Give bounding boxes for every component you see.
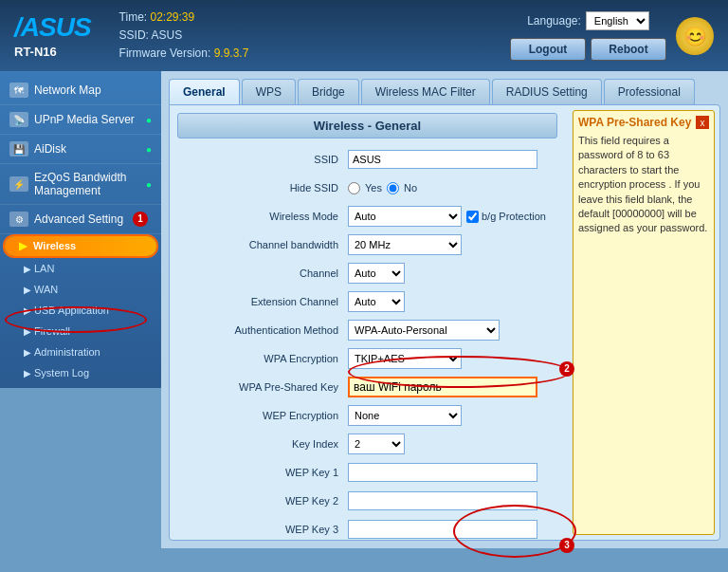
header: /ASUS RT-N16 Time: 02:29:39 SSID: ASUS F… — [0, 0, 728, 71]
panel: Wireless - General SSID Hide SSID Ye — [169, 104, 720, 541]
reboot-button[interactable]: Reboot — [591, 38, 666, 61]
tab-bridge[interactable]: Bridge — [298, 79, 359, 104]
channel-bw-select[interactable]: 20 MHz — [348, 234, 462, 255]
wep2-row: WEP Key 2 — [177, 489, 557, 512]
wireless-mode-row: Wireless Mode Auto b/g Protection — [177, 205, 557, 228]
wireless-mode-value: Auto b/g Protection — [348, 206, 557, 227]
key-index-select[interactable]: 2 — [348, 434, 405, 454]
sidebar-item-firewall[interactable]: ▶Firewall — [0, 321, 161, 341]
sidebar-item-aidisk[interactable]: 💾 AiDisk ● — [0, 135, 161, 164]
ssid-row: SSID — [177, 148, 557, 171]
ssid-info: SSID: ASUS — [119, 27, 510, 45]
tab-general[interactable]: General — [169, 79, 240, 104]
auth-method-value: WPA-Auto-Personal — [348, 320, 557, 341]
header-right: Language: English Logout Reboot — [510, 11, 666, 61]
key-index-label: Key Index — [177, 438, 348, 450]
language-select[interactable]: English — [586, 11, 649, 30]
auth-method-select[interactable]: WPA-Auto-Personal — [348, 320, 500, 341]
asus-logo: /ASUS — [14, 12, 91, 43]
tab-professional[interactable]: Professional — [604, 79, 695, 104]
key-index-row: Key Index 2 — [177, 433, 557, 455]
wpa-key-label: WPA Pre-Shared Key — [177, 381, 348, 393]
wep-enc-select[interactable]: None — [348, 405, 462, 426]
sidebar-item-network-map[interactable]: 🗺 Network Map — [0, 76, 161, 105]
header-info: Time: 02:29:39 SSID: ASUS Firmware Versi… — [119, 9, 510, 64]
sidebar-item-usb-app[interactable]: ▶USB Application — [0, 300, 161, 321]
hide-ssid-value: Yes No — [348, 182, 557, 194]
tabs: General WPS Bridge Wireless MAC Filter R… — [169, 79, 720, 104]
help-close-button[interactable]: x — [696, 116, 709, 129]
wpa-enc-row: WPA Encryption TKIP+AES — [177, 347, 557, 370]
hide-ssid-yes-radio[interactable] — [348, 182, 360, 194]
channel-label: Channel — [177, 268, 348, 279]
tab-mac-filter[interactable]: Wireless MAC Filter — [361, 79, 490, 104]
channel-value: Auto — [348, 263, 557, 284]
firmware-link[interactable]: 9.9.3.7 — [214, 46, 249, 60]
advanced-badge: 1 — [133, 212, 148, 227]
sidebar-item-ezqos[interactable]: ⚡ EzQoS Bandwidth Management ● — [0, 164, 161, 205]
wpa-key-value — [348, 377, 557, 397]
ext-channel-select[interactable]: Auto — [348, 291, 405, 312]
wpa-key-input[interactable] — [348, 377, 537, 397]
content-area: General WPS Bridge Wireless MAC Filter R… — [161, 71, 728, 548]
wep1-input[interactable] — [348, 463, 537, 482]
wep3-label: WEP Key 3 — [177, 524, 348, 535]
time-info: Time: 02:29:39 — [119, 9, 510, 27]
avatar: 😊 — [676, 17, 714, 55]
wep3-row: WEP Key 3 — [177, 518, 557, 540]
ext-channel-label: Extension Channel — [177, 296, 348, 307]
ssid-label: SSID — [177, 154, 348, 165]
hide-ssid-label: Hide SSID — [177, 182, 348, 194]
wireless-mode-select[interactable]: Auto — [348, 206, 462, 227]
hide-ssid-no-radio[interactable] — [387, 182, 399, 194]
wpa-enc-select[interactable]: TKIP+AES — [348, 348, 462, 369]
ssid-input[interactable] — [348, 150, 537, 169]
help-text: This field requires a password of 8 to 6… — [578, 134, 709, 236]
advanced-icon: ⚙ — [9, 212, 28, 227]
tab-wps[interactable]: WPS — [242, 79, 296, 104]
auth-method-label: Authentication Method — [177, 324, 348, 336]
ezqos-icon: ⚡ — [9, 176, 28, 192]
logout-button[interactable]: Logout — [510, 38, 586, 61]
wep2-label: WEP Key 2 — [177, 495, 348, 507]
bg-protection-checkbox[interactable] — [466, 211, 479, 223]
help-title: WPA Pre-Shared Key x — [578, 116, 709, 129]
sidebar-item-wireless[interactable]: ▶ Wireless — [5, 236, 156, 256]
channel-select[interactable]: Auto — [348, 263, 405, 284]
sidebar-item-lan[interactable]: ▶LAN — [0, 258, 161, 279]
channel-bw-row: Channel bandwidth 20 MHz — [177, 233, 557, 256]
wep2-input[interactable] — [348, 491, 537, 510]
time-link[interactable]: 02:29:39 — [150, 10, 194, 24]
ext-channel-value: Auto — [348, 291, 557, 312]
sidebar-item-syslog[interactable]: ▶System Log — [0, 362, 161, 383]
upnp-icon: 📡 — [9, 112, 28, 127]
sidebar-item-upnp[interactable]: 📡 UPnP Media Server ● — [0, 105, 161, 135]
sidebar-wrapper: 🗺 Network Map 📡 UPnP Media Server ● 💾 Ai… — [0, 71, 161, 572]
help-box: WPA Pre-Shared Key x This field requires… — [573, 110, 715, 535]
sidebar-item-advanced[interactable]: ⚙ Advanced Setting 1 — [0, 205, 161, 234]
sidebar-item-wan[interactable]: ▶WAN — [0, 279, 161, 300]
channel-bw-label: Channel bandwidth — [177, 239, 348, 250]
logo-area: /ASUS RT-N16 — [14, 12, 91, 59]
sidebar: 🗺 Network Map 📡 UPnP Media Server ● 💾 Ai… — [0, 71, 161, 388]
ssid-value — [348, 150, 557, 169]
wep1-row: WEP Key 1 — [177, 461, 557, 484]
tab-radius[interactable]: RADIUS Setting — [492, 79, 602, 104]
wireless-mode-label: Wireless Mode — [177, 211, 348, 222]
model-name: RT-N16 — [14, 45, 57, 59]
wep3-input[interactable] — [348, 520, 537, 539]
bg-protection-label: b/g Protection — [466, 211, 546, 223]
panel-title: Wireless - General — [177, 113, 557, 138]
hide-ssid-row: Hide SSID Yes No — [177, 176, 557, 199]
channel-bw-value: 20 MHz — [348, 234, 557, 255]
wep1-label: WEP Key 1 — [177, 467, 348, 478]
main-layout: 🗺 Network Map 📡 UPnP Media Server ● 💾 Ai… — [0, 71, 728, 572]
content-wrapper: General WPS Bridge Wireless MAC Filter R… — [161, 71, 728, 572]
aidisk-icon: 💾 — [9, 141, 28, 157]
language-section: Language: English — [527, 11, 649, 30]
wpa-enc-label: WPA Encryption — [177, 353, 348, 364]
key-index-value: 2 — [348, 434, 557, 454]
wpa-key-row: WPA Pre-Shared Key — [177, 376, 557, 398]
sidebar-item-admin[interactable]: ▶Administration — [0, 341, 161, 362]
wep-enc-value: None — [348, 405, 557, 426]
